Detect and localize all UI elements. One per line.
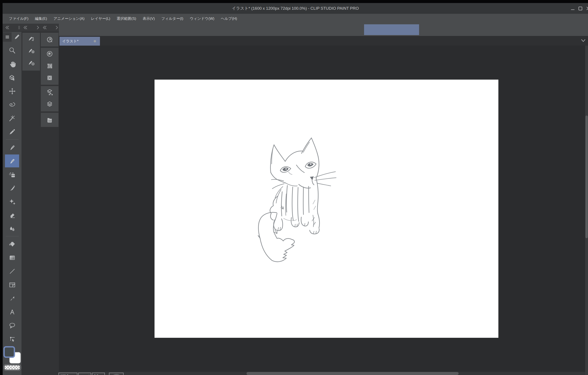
tool-zoom[interactable] — [3, 46, 21, 55]
tool-palette — [3, 32, 21, 375]
tool-divider — [6, 236, 19, 236]
tool-eyedropper[interactable] — [3, 127, 21, 137]
horizontal-scrollbar-thumb[interactable] — [246, 372, 459, 375]
tool-figure[interactable] — [3, 266, 21, 276]
palette-tool-property-icon[interactable] — [22, 45, 40, 57]
transparent-checker — [4, 365, 20, 370]
palette-sub-tool-icon[interactable] — [22, 33, 40, 45]
palette-layer-property-icon[interactable] — [41, 86, 58, 98]
minimize-button[interactable] — [569, 5, 576, 12]
collapse-column-1-icon[interactable] — [23, 25, 28, 30]
tool-palette-menu-tab[interactable] — [3, 32, 12, 42]
dock-collapse-row — [3, 24, 59, 31]
canvas-page[interactable] — [155, 80, 498, 338]
rotation-hill-icon — [112, 374, 121, 375]
tool-correct-line[interactable] — [3, 334, 21, 344]
close-button[interactable] — [585, 5, 588, 12]
palette-color-set-icon[interactable] — [41, 60, 58, 72]
expand-column-2-icon[interactable] — [54, 25, 59, 30]
menu-animation[interactable]: アニメーション(A) — [50, 14, 88, 24]
tool-pen[interactable] — [3, 143, 21, 152]
tool-auto-select[interactable] — [3, 113, 21, 123]
zoom-value-field[interactable]: 100.0 — [58, 373, 77, 375]
clip-studio-paint-window: { "window": { "title": "イラスト* (1600 x 12… — [0, 0, 588, 375]
window-title: イラスト* (1600 x 1200px 72dpi 100.0%) - CLI… — [3, 3, 588, 14]
snap-toggle-group — [364, 24, 419, 35]
document-tab-label: イラスト* — [62, 37, 78, 46]
rotation-value: 0.0 — [94, 374, 98, 375]
maximize-button[interactable] — [577, 5, 584, 12]
menu-selection[interactable]: 選択範囲(S) — [114, 14, 139, 24]
menu-view[interactable]: 表示(V) — [139, 14, 158, 24]
title-bar: イラスト* (1600 x 1200px 72dpi 100.0%) - CLI… — [3, 3, 588, 14]
palette-quick-access-box — [41, 33, 58, 46]
collapse-all-icon[interactable] — [5, 25, 10, 30]
window-top-edge — [0, 0, 588, 3]
main-color-swatch[interactable] — [3, 346, 15, 358]
menu-file[interactable]: ファイル(F) — [6, 14, 32, 24]
tool-move-layer[interactable] — [3, 86, 21, 96]
palette-menu-icon — [5, 34, 10, 40]
expand-column-1-icon[interactable] — [35, 25, 40, 30]
palette-material-box — [41, 113, 58, 127]
menu-filter[interactable]: フィルター(I) — [158, 14, 187, 24]
palette-quick-access-icon[interactable] — [41, 33, 58, 46]
tool-text[interactable] — [3, 307, 21, 317]
palette-brush-size-icon[interactable] — [22, 57, 40, 69]
vertical-scrollbar[interactable] — [585, 46, 588, 375]
palette-material-icon[interactable] — [41, 113, 58, 127]
cat-sketch-drawing — [155, 80, 498, 338]
zoom-value: 100.0 — [60, 374, 69, 375]
zoom-slider-box[interactable] — [78, 373, 91, 375]
current-tool-pencil-icon — [13, 33, 21, 41]
document-tab-modified-dot[interactable] — [94, 40, 96, 42]
palette-color-slider-icon[interactable] — [41, 72, 58, 84]
tool-blend[interactable] — [3, 224, 21, 234]
left-palette-dock — [3, 31, 59, 375]
palette-layer-box — [41, 86, 58, 111]
tool-hand[interactable] — [3, 59, 21, 69]
tool-selection-lasso[interactable] — [3, 100, 21, 110]
tool-eraser[interactable] — [3, 210, 21, 220]
palette-color-wheel-icon[interactable] — [41, 48, 58, 60]
collapse-column-2-icon[interactable] — [42, 25, 47, 30]
menu-bar: ファイル(F) 編集(E) アニメーション(A) レイヤー(L) 選択範囲(S)… — [3, 14, 588, 24]
tool-airbrush[interactable] — [3, 170, 21, 179]
menu-layer[interactable]: レイヤー(L) — [88, 14, 114, 24]
canvas-workspace[interactable] — [59, 46, 585, 372]
tool-polyline[interactable] — [3, 293, 21, 303]
rotation-slider-box[interactable] — [109, 373, 124, 375]
tool-brush[interactable] — [3, 183, 21, 193]
tab-list-dropdown-icon[interactable] — [580, 38, 587, 44]
command-toolbar — [59, 24, 588, 36]
tool-gradient[interactable] — [3, 253, 21, 263]
tool-divider — [6, 139, 19, 140]
palette-color-box — [41, 48, 58, 85]
tool-operate[interactable] — [3, 73, 21, 83]
tool-decoration[interactable] — [3, 197, 21, 207]
tool-marker[interactable] — [3, 156, 21, 166]
window-left-edge — [0, 3, 3, 375]
palette-layer-icon[interactable] — [41, 98, 58, 110]
tool-frame-border[interactable] — [3, 280, 21, 290]
vertical-scrollbar-thumb[interactable] — [585, 116, 588, 238]
menu-edit[interactable]: 編集(E) — [32, 14, 50, 24]
document-tab-bar: イラスト* — [59, 36, 588, 46]
tool-fill[interactable] — [3, 239, 21, 249]
menu-window[interactable]: ウィンドウ(W) — [187, 14, 218, 24]
palette-column-1 — [22, 33, 40, 71]
dock-separator-icon — [18, 25, 21, 30]
document-tab-active[interactable]: イラスト* — [60, 37, 100, 46]
rotation-value-field[interactable]: 0.0 — [92, 373, 105, 375]
tool-balloon[interactable] — [3, 320, 21, 331]
menu-help[interactable]: ヘルプ(H) — [218, 14, 240, 24]
transparent-color-swatch[interactable] — [3, 364, 21, 371]
